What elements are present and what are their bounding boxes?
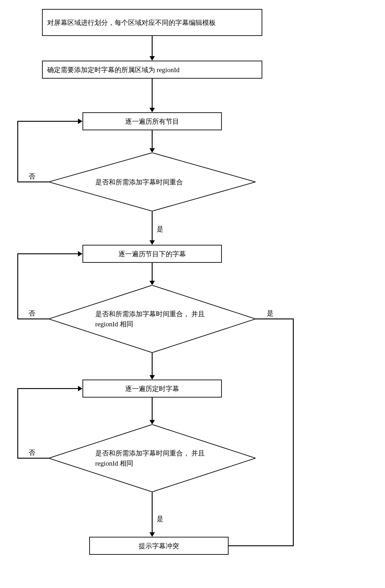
arrow [152, 36, 153, 56]
flowchart-container: 对屏幕区域进行划分，每个区域对应不同的字幕编辑模板 确定需要添加定时字幕的所属区… [13, 9, 372, 570]
arrow [228, 545, 294, 546]
arrow [17, 458, 49, 459]
arrow-head [149, 240, 155, 245]
label-yes-3: 是 [157, 514, 163, 524]
arrow [17, 318, 49, 319]
step5-text: 逐一遍历定时字幕 [125, 384, 179, 394]
step6-text: 提示字幕冲突 [139, 541, 179, 551]
arrow [17, 388, 78, 389]
label-no-1: 否 [28, 172, 35, 181]
step-conflict-warning: 提示字幕冲突 [89, 537, 228, 555]
arrow [17, 389, 18, 459]
step1-text: 对屏幕区域进行划分，每个区域对应不同的字幕编辑模板 [47, 18, 216, 28]
label-yes-2: 是 [267, 309, 273, 318]
arrow [152, 79, 153, 108]
label-no-2: 否 [28, 309, 35, 318]
arrow [293, 318, 294, 546]
arrow [152, 353, 153, 375]
decision-overlap-regionid-1: 是否和所需添加字幕时间重合， 并且regionId 相同 [49, 285, 255, 353]
decision3-text: 是否和所需添加字幕时间重合， 并且regionId 相同 [95, 448, 209, 468]
arrow [17, 121, 18, 182]
step-iterate-subtitles: 逐一遍历节目下的字幕 [83, 245, 222, 263]
step-divide-regions: 对屏幕区域进行划分，每个区域对应不同的字幕编辑模板 [42, 9, 262, 36]
arrow-head [149, 375, 155, 379]
arrow-head [78, 251, 83, 256]
arrow-head [149, 148, 155, 153]
step2-text: 确定需要添加定时字幕的所属区域为 regionId [47, 65, 180, 75]
decision1-text: 是否和所需添加字幕时间重合 [95, 177, 209, 187]
label-no-3: 否 [28, 448, 35, 457]
arrow [152, 130, 153, 148]
arrow [17, 182, 49, 182]
arrow-head [149, 281, 155, 285]
arrow-head [78, 119, 83, 124]
arrow [152, 492, 153, 532]
arrow [152, 398, 153, 420]
step-iterate-programs: 逐一遍历所有节目 [83, 112, 222, 130]
arrow [17, 253, 78, 254]
arrow-head [149, 108, 155, 112]
arrow [17, 121, 78, 122]
arrow [17, 254, 18, 319]
arrow [152, 211, 153, 240]
step4-text: 逐一遍历节目下的字幕 [118, 249, 186, 259]
step-iterate-timed-subtitles: 逐一遍历定时字幕 [83, 379, 222, 398]
arrow [255, 318, 294, 319]
arrow-head [78, 386, 83, 391]
decision2-text: 是否和所需添加字幕时间重合， 并且regionId 相同 [95, 309, 209, 329]
decision-overlap-regionid-2: 是否和所需添加字幕时间重合， 并且regionId 相同 [49, 424, 255, 492]
label-yes-1: 是 [157, 225, 163, 234]
decision-time-overlap: 是否和所需添加字幕时间重合 [49, 153, 255, 211]
arrow-head [149, 420, 155, 424]
arrow-head [149, 532, 155, 537]
step-determine-region: 确定需要添加定时字幕的所属区域为 regionId [42, 61, 262, 79]
step3-text: 逐一遍历所有节目 [125, 116, 179, 126]
arrow [152, 263, 153, 281]
arrow-head [149, 56, 155, 61]
